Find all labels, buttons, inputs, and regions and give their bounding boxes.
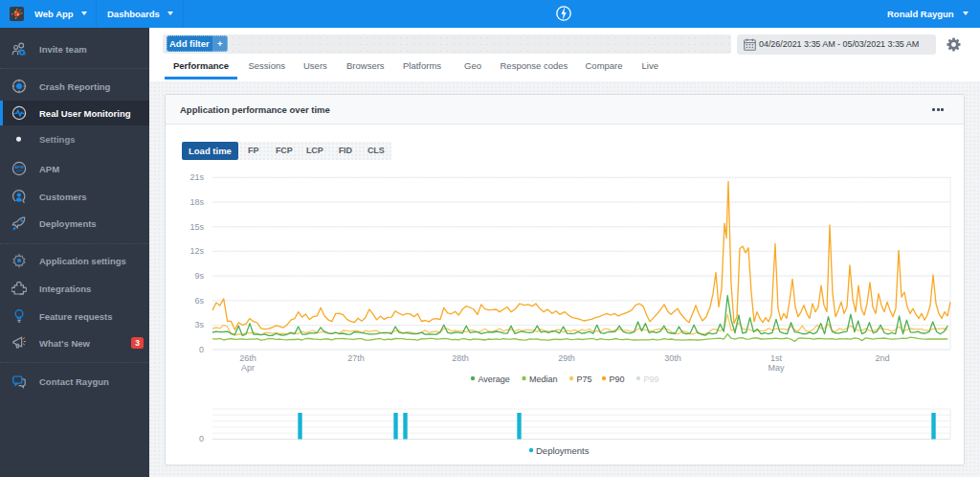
svg-text:1st: 1st xyxy=(770,353,783,363)
svg-text:3s: 3s xyxy=(194,320,204,329)
svg-text:27th: 27th xyxy=(347,353,365,363)
svg-text:29th: 29th xyxy=(558,353,575,363)
svg-text:21s: 21s xyxy=(189,172,204,182)
svg-text:30th: 30th xyxy=(664,353,681,363)
svg-text:P75: P75 xyxy=(577,375,592,384)
svg-text:2nd: 2nd xyxy=(875,353,889,363)
svg-text:P90: P90 xyxy=(610,375,625,384)
svg-text:18s: 18s xyxy=(189,197,204,207)
svg-text:0: 0 xyxy=(199,434,204,443)
svg-text:May: May xyxy=(768,363,785,373)
svg-text:APM: APM xyxy=(14,165,24,170)
svg-text:Median: Median xyxy=(529,375,558,384)
svg-text:28th: 28th xyxy=(452,353,469,363)
svg-text:0: 0 xyxy=(199,345,204,354)
svg-text:26th: 26th xyxy=(239,353,256,363)
svg-text:15s: 15s xyxy=(189,222,204,232)
svg-text:9s: 9s xyxy=(194,271,204,281)
svg-text:6s: 6s xyxy=(194,296,204,306)
svg-text:Apr: Apr xyxy=(241,363,255,373)
svg-text:P99: P99 xyxy=(644,375,659,384)
svg-text:Average: Average xyxy=(479,375,510,384)
svg-text:Deployments: Deployments xyxy=(536,445,590,456)
svg-text:12s: 12s xyxy=(189,246,204,256)
